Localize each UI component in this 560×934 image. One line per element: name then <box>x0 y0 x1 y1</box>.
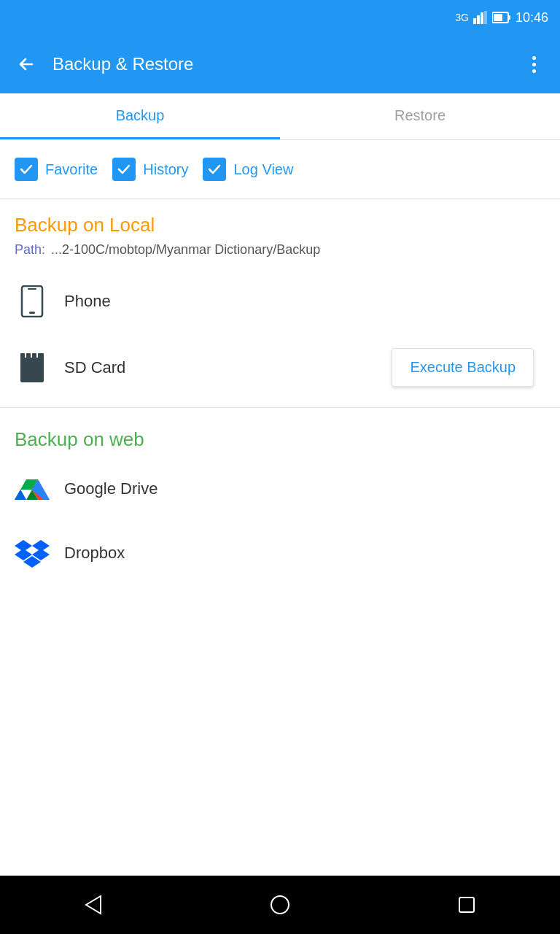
battery-icon <box>492 11 511 24</box>
tab-backup[interactable]: Backup <box>0 93 280 139</box>
nav-recents-button[interactable] <box>445 883 489 927</box>
main-content: Favorite History Log View Backup on Loca… <box>0 140 560 876</box>
signal-icon <box>473 11 488 24</box>
overflow-menu-button[interactable] <box>519 50 548 79</box>
dropbox-label: Dropbox <box>64 544 545 563</box>
favorite-label: Favorite <box>45 161 98 178</box>
dropbox-icon <box>15 536 50 571</box>
phone-icon <box>15 284 50 319</box>
path-value: ...2-100C/mobtop/Myanmar Dictionary/Back… <box>51 242 320 258</box>
logview-checkbox-box <box>203 158 226 181</box>
backup-local-section: Backup on Local Path: ...2-100C/mobtop/M… <box>0 199 560 258</box>
filter-checkboxes: Favorite History Log View <box>0 140 560 199</box>
googledrive-item[interactable]: Google Drive <box>15 457 545 521</box>
googledrive-label: Google Drive <box>64 479 545 498</box>
web-storage-options: Google Drive Dropbox <box>0 457 560 585</box>
svg-rect-28 <box>459 898 474 912</box>
nav-back-button[interactable] <box>71 883 115 927</box>
svg-rect-13 <box>32 353 36 363</box>
svg-rect-8 <box>29 312 35 314</box>
svg-rect-3 <box>484 11 487 24</box>
dropbox-item[interactable]: Dropbox <box>15 521 545 585</box>
sdcard-icon <box>15 350 50 385</box>
page-title: Backup & Restore <box>52 54 508 74</box>
history-checkbox-box <box>112 158 136 181</box>
menu-dot <box>532 69 536 73</box>
bottom-navigation <box>0 876 560 934</box>
favorite-checkbox[interactable]: Favorite <box>15 158 98 181</box>
svg-rect-6 <box>494 14 502 21</box>
storage-options: Phone SD Card Execute Backup <box>0 269 560 401</box>
svg-rect-1 <box>477 15 480 24</box>
status-time: 10:46 <box>516 10 548 26</box>
svg-rect-0 <box>473 18 476 24</box>
tab-bar: Backup Restore <box>0 93 560 140</box>
logview-checkbox[interactable]: Log View <box>203 158 293 181</box>
menu-dot <box>532 63 536 66</box>
svg-rect-9 <box>28 288 36 290</box>
sdcard-storage-item[interactable]: SD Card Execute Backup <box>15 333 545 401</box>
menu-dot <box>532 56 536 60</box>
status-icons: 3G 10:46 <box>455 10 548 26</box>
phone-storage-item[interactable]: Phone <box>15 269 545 333</box>
logview-label: Log View <box>233 161 293 178</box>
svg-rect-12 <box>26 353 31 363</box>
history-label: History <box>143 161 188 178</box>
backup-local-title: Backup on Local <box>15 214 545 236</box>
svg-rect-2 <box>481 12 483 24</box>
googledrive-icon <box>15 471 50 506</box>
backup-web-title: Backup on web <box>15 428 545 451</box>
checkmark-icon <box>19 162 34 177</box>
path-label: Path: <box>15 242 45 258</box>
svg-rect-5 <box>508 15 510 20</box>
svg-point-27 <box>271 896 289 914</box>
checkmark-icon <box>117 162 131 177</box>
section-divider <box>0 407 560 408</box>
svg-marker-20 <box>15 490 26 500</box>
path-row: Path: ...2-100C/mobtop/Myanmar Dictionar… <box>15 242 545 258</box>
svg-marker-26 <box>86 896 101 914</box>
back-button[interactable] <box>12 50 41 79</box>
phone-label: Phone <box>64 292 545 311</box>
backup-web-section: Backup on web <box>0 414 560 451</box>
network-icon: 3G <box>455 12 469 23</box>
nav-home-button[interactable] <box>258 883 302 927</box>
svg-rect-14 <box>38 353 44 363</box>
history-checkbox[interactable]: History <box>112 158 188 181</box>
favorite-checkbox-box <box>15 158 38 181</box>
svg-rect-11 <box>20 353 25 363</box>
status-bar: 3G 10:46 <box>0 0 560 35</box>
tab-restore[interactable]: Restore <box>280 93 560 139</box>
checkmark-icon <box>207 162 222 177</box>
app-bar: Backup & Restore <box>0 35 560 93</box>
sdcard-label: SD Card <box>64 358 377 377</box>
execute-backup-button[interactable]: Execute Backup <box>392 348 534 387</box>
